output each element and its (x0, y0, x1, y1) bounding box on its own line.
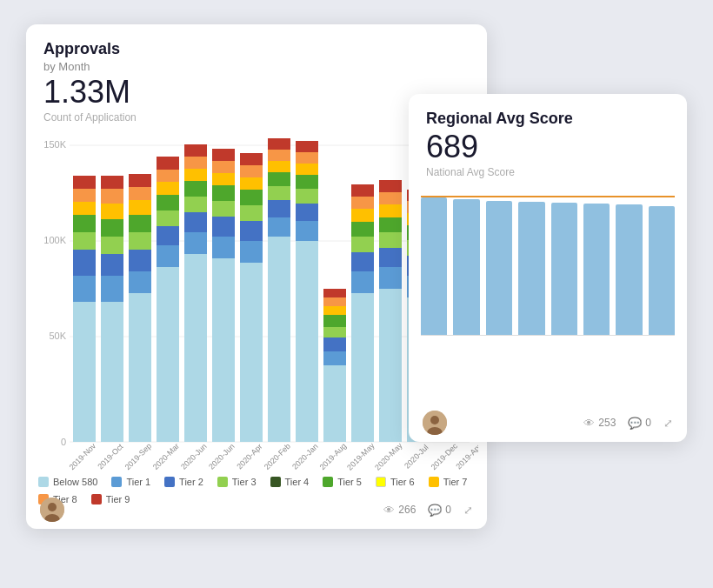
legend-label-below580: Below 580 (53, 477, 97, 487)
svg-rect-22 (101, 204, 123, 219)
svg-rect-113 (379, 192, 402, 204)
legend-label-tier5: Tier 5 (337, 477, 362, 487)
approvals-views-count: 266 (398, 504, 416, 516)
svg-rect-27 (129, 271, 151, 293)
legend-tier4: Tier 4 (270, 477, 310, 487)
svg-rect-51 (184, 144, 207, 157)
svg-rect-35 (157, 267, 179, 442)
legend-color-tier5 (323, 477, 333, 487)
legend-label-tier1: Tier 1 (126, 477, 150, 487)
regional-comments-count: 0 (645, 417, 651, 429)
svg-rect-38 (157, 210, 179, 226)
svg-rect-73 (268, 200, 290, 217)
eye-icon-regional: 👁 (583, 417, 595, 430)
approvals-value: 1.33M (43, 75, 470, 110)
svg-rect-87 (296, 141, 318, 152)
svg-rect-40 (157, 182, 179, 195)
svg-rect-9 (73, 276, 96, 302)
svg-rect-109 (379, 248, 402, 267)
regional-expand-stat[interactable]: ⤢ (663, 417, 673, 430)
svg-rect-37 (157, 226, 179, 245)
regional-bar-3 (486, 201, 512, 335)
svg-rect-32 (129, 187, 151, 200)
svg-rect-108 (379, 267, 402, 289)
approvals-subtitle: by Month (43, 60, 470, 73)
expand-icon-regional: ⤢ (663, 417, 673, 430)
svg-rect-66 (240, 190, 263, 205)
svg-rect-28 (129, 250, 151, 271)
svg-rect-62 (240, 263, 263, 442)
legend-color-tier6 (376, 477, 386, 487)
svg-rect-67 (240, 177, 263, 190)
regional-views-count: 253 (598, 417, 616, 429)
svg-rect-103 (351, 209, 374, 222)
svg-rect-44 (184, 254, 207, 442)
svg-rect-17 (101, 302, 123, 442)
svg-rect-29 (129, 232, 151, 250)
legend-label-tier2: Tier 2 (179, 477, 203, 487)
approvals-avatar (40, 498, 64, 522)
svg-rect-21 (101, 219, 123, 237)
svg-text:2019-Oct: 2019-Oct (96, 441, 125, 471)
approvals-comments-count: 0 (445, 504, 451, 516)
svg-text:2020-Jun: 2020-Jun (207, 442, 237, 471)
svg-rect-111 (379, 217, 402, 232)
svg-rect-30 (129, 215, 151, 232)
regional-chart (409, 187, 687, 336)
svg-rect-56 (212, 201, 235, 217)
svg-rect-11 (73, 232, 96, 250)
svg-rect-78 (268, 138, 290, 150)
approvals-expand-stat[interactable]: ⤢ (463, 504, 473, 517)
svg-rect-39 (157, 195, 179, 210)
approvals-views-stat: 👁 266 (383, 504, 416, 517)
regional-bars-container (421, 187, 675, 335)
svg-rect-71 (268, 237, 290, 442)
legend-tier5: Tier 5 (323, 477, 362, 487)
comment-icon: 💬 (428, 504, 442, 517)
svg-rect-41 (157, 170, 179, 182)
svg-rect-68 (240, 165, 263, 177)
approvals-footer-stats: 👁 266 💬 0 ⤢ (383, 504, 473, 517)
svg-rect-90 (323, 351, 346, 365)
regional-bar-4 (518, 202, 544, 335)
approvals-title: Approvals (43, 40, 470, 58)
svg-rect-85 (296, 164, 318, 175)
svg-rect-96 (323, 289, 346, 297)
svg-rect-82 (296, 204, 318, 221)
svg-text:2020-Jun: 2020-Jun (179, 442, 209, 471)
svg-rect-94 (323, 306, 346, 315)
svg-point-144 (430, 416, 439, 424)
regional-bar-1 (421, 197, 447, 335)
svg-rect-114 (379, 180, 402, 192)
expand-icon: ⤢ (463, 504, 473, 517)
legend-tier1: Tier 1 (111, 477, 150, 487)
legend-color-below580 (38, 477, 49, 487)
svg-rect-107 (379, 289, 402, 442)
chart-baseline (421, 335, 675, 336)
svg-rect-101 (351, 237, 374, 252)
approvals-metric: Count of Application (43, 111, 470, 124)
svg-text:2020-Jul: 2020-Jul (403, 443, 430, 470)
svg-rect-81 (296, 221, 318, 241)
legend-tier6: Tier 6 (376, 477, 415, 487)
svg-rect-104 (351, 197, 374, 209)
svg-rect-84 (296, 175, 318, 189)
svg-rect-49 (184, 169, 207, 181)
svg-rect-74 (268, 186, 290, 200)
svg-rect-75 (268, 172, 290, 186)
svg-rect-48 (184, 181, 207, 197)
svg-rect-13 (73, 202, 96, 215)
regional-bar-8 (649, 206, 675, 335)
svg-text:2019-Aug: 2019-Aug (318, 441, 349, 471)
legend-color-tier1 (111, 477, 122, 487)
svg-text:2020-May: 2020-May (373, 440, 404, 471)
svg-text:2019-Nov: 2019-Nov (68, 441, 98, 471)
comment-icon-regional: 💬 (628, 417, 642, 430)
svg-rect-93 (323, 315, 346, 327)
svg-text:100K: 100K (43, 235, 66, 245)
svg-rect-53 (212, 258, 235, 442)
svg-rect-80 (296, 241, 318, 442)
svg-rect-63 (240, 241, 263, 263)
svg-rect-76 (268, 161, 290, 172)
regional-card: Regional Avg Score 689 National Avg Scor… (409, 94, 687, 442)
